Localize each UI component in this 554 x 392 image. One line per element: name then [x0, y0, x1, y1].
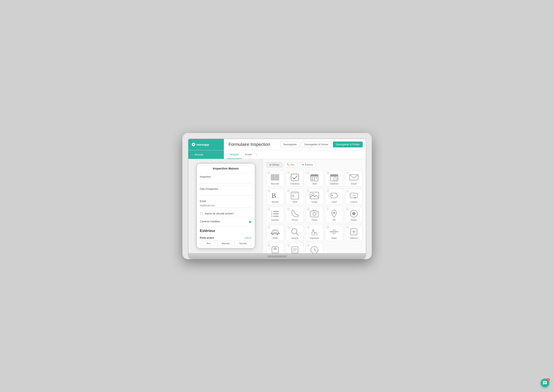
group-title-row: Porte arrière Effacer — [200, 237, 252, 239]
alarm-label: Alarme de sécurité activée? — [205, 212, 234, 215]
widget-number[interactable]: i 1 2 3 Num — [266, 207, 284, 223]
svg-point-34 — [332, 195, 333, 196]
info-icon: i — [327, 172, 329, 174]
widget-html[interactable]: i 5 Html — [286, 189, 304, 205]
widget-slider-label: Slider — [331, 237, 337, 239]
back-button[interactable]: ← Annuler — [188, 150, 224, 159]
svg-rect-30 — [292, 193, 294, 193]
datetime-icon — [329, 173, 339, 182]
widget-rdw-label: RDW — [273, 237, 278, 239]
svg-point-49 — [352, 212, 355, 215]
widget-slider[interactable]: i Slider — [325, 225, 343, 241]
option-bon[interactable]: Bon — [200, 241, 217, 246]
group-clear-button[interactable]: Effacer — [245, 237, 252, 239]
widget-barcode[interactable]: i Barcode — [266, 170, 284, 187]
widget-number-label: Number — [271, 219, 279, 221]
phone-mock: Inspection Maison Inspecteur Date D'insp… — [196, 163, 256, 249]
field-email: Email — [197, 198, 255, 210]
svg-rect-2 — [273, 174, 274, 181]
cameras-label: Cameras Installées — [200, 220, 220, 223]
widget-subform[interactable]: i Subform — [345, 225, 363, 241]
input-date[interactable] — [200, 191, 252, 196]
widget-label-label: Label — [332, 201, 337, 203]
app-main: Inspection Maison Inspecteur Date D'insp… — [188, 159, 366, 253]
option-mauvais[interactable]: Mauvais — [217, 241, 234, 246]
info-icon: i — [287, 208, 290, 210]
widget-email[interactable]: i Email — [345, 170, 363, 187]
field-date: Date D'inspection — [197, 186, 255, 198]
filter-pro[interactable]: ✏️ Pro — [284, 162, 298, 167]
filter-favoris[interactable]: ★ Favoris — [299, 162, 316, 167]
widget-radio[interactable]: i Radio — [345, 207, 363, 223]
svg-rect-39 — [273, 211, 279, 212]
widget-checkbox[interactable]: i Checkbox — [286, 170, 304, 187]
app-header: moreapp Formulaire Inspection Sauvegarde… — [188, 139, 366, 150]
input-email[interactable] — [200, 203, 252, 208]
widget-header-label: Header — [272, 201, 279, 203]
info-icon: i — [268, 244, 270, 246]
number-icon: 1 2 3 — [270, 209, 280, 218]
input-inspecteur[interactable] — [200, 179, 252, 183]
page-title: Formulaire Inspection — [224, 142, 280, 147]
image-icon — [309, 191, 320, 200]
save-close-button[interactable]: Sauvegarder & Fermer — [301, 141, 331, 147]
tab-widgets[interactable]: Widgets — [227, 150, 242, 159]
group-porte: Porte arrière Effacer Bon Mauvais Normal — [197, 235, 255, 248]
widget-search[interactable]: i Search — [286, 225, 304, 241]
filter-defaut[interactable]: ⊞ Défaut — [266, 162, 282, 167]
tab-email[interactable]: Email — [242, 150, 254, 159]
widget-subform-label: Subform — [350, 237, 358, 239]
radio-icon — [348, 209, 359, 218]
widget-search-label: Search — [291, 237, 298, 239]
svg-point-45 — [313, 212, 316, 216]
svg-line-55 — [296, 233, 298, 235]
widget-phone[interactable]: i Phone — [286, 207, 304, 223]
textarea-icon — [290, 245, 300, 253]
widget-grid: i Barcode — [266, 170, 363, 253]
info-icon: i — [307, 208, 309, 210]
info-icon: i — [287, 244, 290, 246]
option-normal[interactable]: Normal — [234, 241, 251, 246]
widget-date[interactable]: i — [306, 170, 323, 187]
field-alarm: Alarme de sécurité activée? — [197, 210, 255, 217]
widget-datetime[interactable]: i — [325, 170, 343, 187]
svg-rect-15 — [314, 177, 315, 178]
svg-rect-44 — [310, 211, 319, 217]
barcode-icon — [270, 173, 280, 182]
widget-text[interactable]: i Text — [266, 243, 284, 253]
pin-icon — [329, 209, 339, 218]
save-button[interactable]: Sauvegarder — [280, 141, 300, 147]
photo-icon — [309, 209, 320, 218]
widget-pin[interactable]: i Pin — [325, 207, 343, 223]
field-inspecteur: Inspecteur — [197, 174, 255, 186]
widget-lookup[interactable]: i Lookup — [345, 189, 363, 205]
widget-photo[interactable]: i Photo — [306, 207, 323, 223]
widget-email-label: Email — [351, 182, 357, 185]
chat-button[interactable]: 3 — [540, 378, 549, 387]
brand-logo: moreapp — [192, 142, 209, 147]
field-cameras[interactable]: Cameras Installées ▶ — [197, 217, 255, 226]
widget-signature[interactable]: i Signature — [306, 225, 323, 241]
chat-icon — [543, 381, 547, 385]
widget-label[interactable]: i Label — [325, 189, 343, 205]
save-publish-button[interactable]: Sauvegarder & Publier — [333, 141, 363, 147]
phone-icon — [290, 209, 300, 218]
group-buttons: Bon Mauvais Normal — [200, 241, 252, 246]
widget-textarea[interactable]: i Text Area — [286, 243, 304, 253]
svg-rect-0 — [271, 174, 272, 181]
svg-rect-31 — [294, 193, 298, 193]
header-actions: Sauvegarder Sauvegarder & Fermer Sauvega… — [280, 141, 366, 147]
brand-icon — [192, 142, 195, 147]
laptop-base — [188, 254, 366, 259]
widget-rdw[interactable]: i RDW — [266, 225, 284, 241]
svg-point-47 — [333, 212, 335, 214]
checkbox-icon — [290, 173, 300, 182]
group-title: Porte arrière — [200, 237, 214, 239]
grid-icon: ⊞ — [270, 163, 271, 166]
svg-text:B: B — [271, 192, 276, 200]
widget-header[interactable]: i B Header — [266, 189, 284, 205]
text-icon — [270, 245, 280, 253]
widget-time[interactable]: i Time — [306, 243, 323, 253]
widget-image[interactable]: i Image — [306, 189, 323, 205]
label-icon — [329, 191, 339, 200]
